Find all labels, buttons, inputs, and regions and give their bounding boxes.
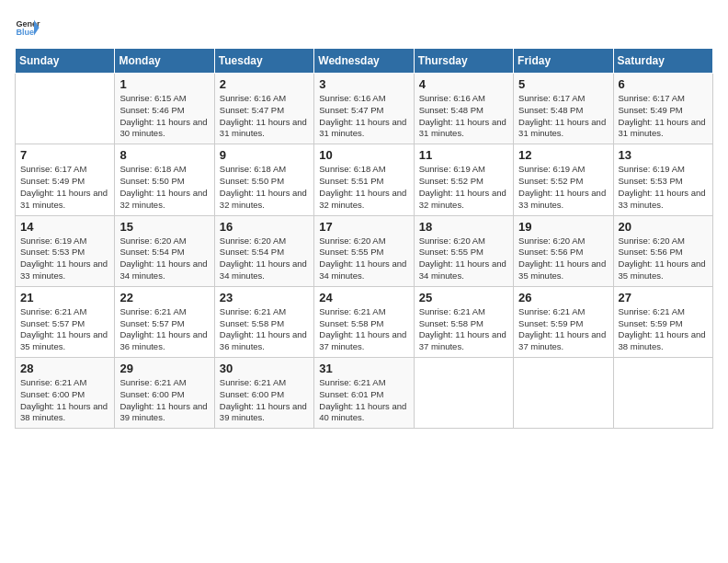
day-detail: Sunrise: 6:15 AMSunset: 5:46 PMDaylight:… <box>119 93 209 140</box>
day-detail: Sunrise: 6:16 AMSunset: 5:48 PMDaylight:… <box>419 93 508 140</box>
day-detail: Sunrise: 6:19 AMSunset: 5:52 PMDaylight:… <box>518 164 608 211</box>
day-cell: 31Sunrise: 6:21 AMSunset: 6:01 PMDayligh… <box>314 358 414 429</box>
day-number: 16 <box>220 220 309 234</box>
day-cell: 4Sunrise: 6:16 AMSunset: 5:48 PMDaylight… <box>414 74 513 144</box>
day-cell: 15Sunrise: 6:20 AMSunset: 5:54 PMDayligh… <box>115 215 214 286</box>
day-detail: Sunrise: 6:21 AMSunset: 5:58 PMDaylight:… <box>220 306 309 353</box>
page-header: General Blue <box>15 15 713 40</box>
day-cell: 21Sunrise: 6:21 AMSunset: 5:57 PMDayligh… <box>16 286 115 357</box>
day-detail: Sunrise: 6:21 AMSunset: 6:00 PMDaylight:… <box>119 377 209 424</box>
header-row: SundayMondayTuesdayWednesdayThursdayFrid… <box>16 49 713 74</box>
day-detail: Sunrise: 6:18 AMSunset: 5:50 PMDaylight:… <box>220 164 309 211</box>
day-cell: 14Sunrise: 6:19 AMSunset: 5:53 PMDayligh… <box>16 215 115 286</box>
day-number: 2 <box>220 77 309 91</box>
day-detail: Sunrise: 6:21 AMSunset: 5:57 PMDaylight:… <box>119 306 209 353</box>
day-number: 15 <box>119 220 209 234</box>
day-cell: 20Sunrise: 6:20 AMSunset: 5:56 PMDayligh… <box>613 215 712 286</box>
day-number: 17 <box>319 220 408 234</box>
day-number: 28 <box>20 362 109 375</box>
day-number: 29 <box>119 362 209 375</box>
day-cell: 11Sunrise: 6:19 AMSunset: 5:52 PMDayligh… <box>414 144 513 215</box>
col-header-friday: Friday <box>514 49 613 74</box>
week-row-3: 14Sunrise: 6:19 AMSunset: 5:53 PMDayligh… <box>16 215 713 286</box>
day-number: 23 <box>220 291 309 304</box>
day-number: 7 <box>20 148 109 162</box>
day-cell: 23Sunrise: 6:21 AMSunset: 5:58 PMDayligh… <box>214 286 313 357</box>
day-number: 11 <box>419 148 508 162</box>
day-detail: Sunrise: 6:17 AMSunset: 5:49 PMDaylight:… <box>20 164 109 211</box>
day-detail: Sunrise: 6:21 AMSunset: 5:58 PMDaylight:… <box>419 306 508 353</box>
day-detail: Sunrise: 6:21 AMSunset: 6:01 PMDaylight:… <box>319 377 408 424</box>
col-header-sunday: Sunday <box>16 49 115 74</box>
week-row-2: 7Sunrise: 6:17 AMSunset: 5:49 PMDaylight… <box>16 144 713 215</box>
day-number: 31 <box>319 362 408 375</box>
day-detail: Sunrise: 6:18 AMSunset: 5:50 PMDaylight:… <box>119 164 209 211</box>
logo-icon: General Blue <box>15 15 40 40</box>
day-detail: Sunrise: 6:21 AMSunset: 6:00 PMDaylight:… <box>20 377 109 424</box>
day-cell: 26Sunrise: 6:21 AMSunset: 5:59 PMDayligh… <box>514 286 613 357</box>
day-cell: 17Sunrise: 6:20 AMSunset: 5:55 PMDayligh… <box>314 215 414 286</box>
col-header-thursday: Thursday <box>414 49 513 74</box>
day-cell: 25Sunrise: 6:21 AMSunset: 5:58 PMDayligh… <box>414 286 513 357</box>
day-cell <box>16 74 115 144</box>
week-row-5: 28Sunrise: 6:21 AMSunset: 6:00 PMDayligh… <box>16 358 713 429</box>
day-number: 6 <box>619 77 708 91</box>
day-number: 4 <box>419 77 508 91</box>
day-cell: 28Sunrise: 6:21 AMSunset: 6:00 PMDayligh… <box>16 358 115 429</box>
day-number: 22 <box>119 291 209 304</box>
day-cell: 7Sunrise: 6:17 AMSunset: 5:49 PMDaylight… <box>16 144 115 215</box>
day-number: 3 <box>319 77 408 91</box>
day-cell: 29Sunrise: 6:21 AMSunset: 6:00 PMDayligh… <box>115 358 214 429</box>
day-detail: Sunrise: 6:16 AMSunset: 5:47 PMDaylight:… <box>319 93 408 140</box>
day-detail: Sunrise: 6:20 AMSunset: 5:54 PMDaylight:… <box>119 236 209 282</box>
day-number: 8 <box>119 148 209 162</box>
day-detail: Sunrise: 6:21 AMSunset: 5:59 PMDaylight:… <box>619 306 708 353</box>
day-detail: Sunrise: 6:21 AMSunset: 5:58 PMDaylight:… <box>319 306 408 353</box>
day-cell: 24Sunrise: 6:21 AMSunset: 5:58 PMDayligh… <box>314 286 414 357</box>
day-number: 21 <box>20 291 109 304</box>
day-number: 24 <box>319 291 408 304</box>
day-cell: 18Sunrise: 6:20 AMSunset: 5:55 PMDayligh… <box>414 215 513 286</box>
day-number: 5 <box>518 77 608 91</box>
day-cell: 16Sunrise: 6:20 AMSunset: 5:54 PMDayligh… <box>214 215 313 286</box>
week-row-1: 1Sunrise: 6:15 AMSunset: 5:46 PMDaylight… <box>16 74 713 144</box>
day-cell: 8Sunrise: 6:18 AMSunset: 5:50 PMDaylight… <box>115 144 214 215</box>
day-number: 18 <box>419 220 508 234</box>
svg-text:Blue: Blue <box>16 28 34 37</box>
day-detail: Sunrise: 6:18 AMSunset: 5:51 PMDaylight:… <box>319 164 408 211</box>
day-cell: 27Sunrise: 6:21 AMSunset: 5:59 PMDayligh… <box>613 286 712 357</box>
day-detail: Sunrise: 6:20 AMSunset: 5:55 PMDaylight:… <box>419 236 508 282</box>
day-number: 10 <box>319 148 408 162</box>
day-cell <box>514 358 613 429</box>
day-detail: Sunrise: 6:21 AMSunset: 5:59 PMDaylight:… <box>518 306 608 353</box>
col-header-wednesday: Wednesday <box>314 49 414 74</box>
day-detail: Sunrise: 6:21 AMSunset: 5:57 PMDaylight:… <box>20 306 109 353</box>
day-number: 26 <box>518 291 608 304</box>
day-cell <box>414 358 513 429</box>
day-number: 20 <box>619 220 708 234</box>
day-number: 30 <box>220 362 309 375</box>
day-number: 25 <box>419 291 508 304</box>
day-detail: Sunrise: 6:17 AMSunset: 5:49 PMDaylight:… <box>619 93 708 140</box>
day-cell: 30Sunrise: 6:21 AMSunset: 6:00 PMDayligh… <box>214 358 313 429</box>
day-number: 13 <box>619 148 708 162</box>
week-row-4: 21Sunrise: 6:21 AMSunset: 5:57 PMDayligh… <box>16 286 713 357</box>
day-detail: Sunrise: 6:19 AMSunset: 5:52 PMDaylight:… <box>419 164 508 211</box>
col-header-saturday: Saturday <box>613 49 712 74</box>
day-cell: 12Sunrise: 6:19 AMSunset: 5:52 PMDayligh… <box>514 144 613 215</box>
day-cell: 6Sunrise: 6:17 AMSunset: 5:49 PMDaylight… <box>613 74 712 144</box>
col-header-monday: Monday <box>115 49 214 74</box>
calendar-table: SundayMondayTuesdayWednesdayThursdayFrid… <box>15 48 713 429</box>
day-number: 1 <box>119 77 209 91</box>
day-cell <box>613 358 712 429</box>
day-detail: Sunrise: 6:20 AMSunset: 5:56 PMDaylight:… <box>518 236 608 282</box>
day-detail: Sunrise: 6:21 AMSunset: 6:00 PMDaylight:… <box>220 377 309 424</box>
day-cell: 13Sunrise: 6:19 AMSunset: 5:53 PMDayligh… <box>613 144 712 215</box>
day-cell: 10Sunrise: 6:18 AMSunset: 5:51 PMDayligh… <box>314 144 414 215</box>
day-cell: 2Sunrise: 6:16 AMSunset: 5:47 PMDaylight… <box>214 74 313 144</box>
day-number: 27 <box>619 291 708 304</box>
day-detail: Sunrise: 6:16 AMSunset: 5:47 PMDaylight:… <box>220 93 309 140</box>
day-number: 9 <box>220 148 309 162</box>
day-detail: Sunrise: 6:20 AMSunset: 5:54 PMDaylight:… <box>220 236 309 282</box>
day-detail: Sunrise: 6:19 AMSunset: 5:53 PMDaylight:… <box>619 164 708 211</box>
